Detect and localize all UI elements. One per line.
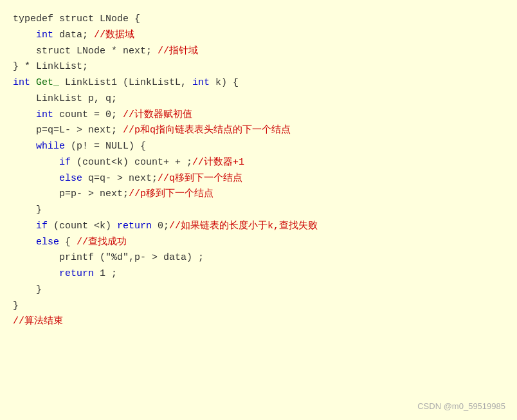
code-line-line12: p=p- > next;//p移到下一个结点 (13, 187, 504, 203)
code-block: typedef struct LNode { int data; //数据域 s… (0, 0, 517, 420)
code-line-line4: } * LinkList; (13, 59, 504, 75)
code-line-line2: int data; //数据域 (13, 28, 504, 44)
code-line-line6: LinkList p, q; (13, 91, 504, 107)
code-line-line19: } (13, 298, 504, 315)
code-line-line18: } (13, 282, 504, 298)
code-line-line9: while (p! = NULL) { (13, 139, 504, 155)
code-line-line20: //算法结束 (13, 314, 504, 330)
code-line-line5: int Get_ LinkList1 (LinkListL, int k) { (13, 75, 504, 91)
code-line-line14: if (count <k) return 0;//如果链表的长度小于k,查找失败 (13, 219, 504, 235)
code-line-line11: else q=q- > next;//q移到下一个结点 (13, 171, 504, 187)
code-line-line8: p=q=L- > next; //p和q指向链表表头结点的下一个结点 (13, 123, 504, 139)
code-line-line16: printf ("%d",p- > data) ; (13, 250, 504, 266)
watermark: CSDN @m0_59519985 (417, 401, 505, 411)
code-line-line15: else { //查找成功 (13, 235, 504, 251)
code-line-line17: return 1 ; (13, 266, 504, 282)
code-line-line13: } (13, 203, 504, 219)
code-line-line3: struct LNode * next; //指针域 (13, 44, 504, 60)
code-lines: typedef struct LNode { int data; //数据域 s… (13, 12, 504, 330)
code-line-line1: typedef struct LNode { (13, 12, 504, 28)
code-line-line10: if (count<k) count+ + ;//计数器+1 (13, 155, 504, 171)
code-line-line7: int count = 0; //计数器赋初值 (13, 107, 504, 123)
